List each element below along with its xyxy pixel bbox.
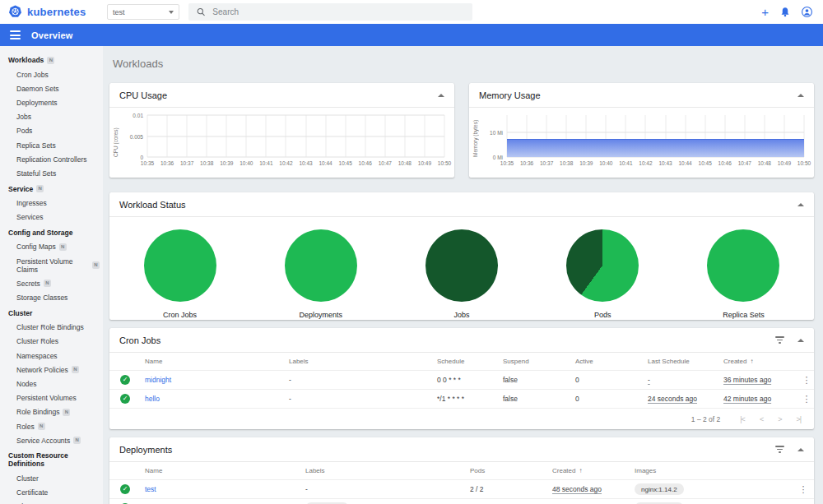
sidebar-item-label: Pods [16, 127, 32, 135]
memory-usage-card: Memory Usage Memory (bytes) 10:3510:3610… [469, 83, 814, 178]
pie-label: Replica Sets [723, 311, 765, 319]
sidebar-section-custom-resource-definitions[interactable]: Custom Resource Definitions [0, 447, 103, 471]
column-header-created[interactable]: Created↑ [723, 358, 799, 365]
column-header-labels[interactable]: Labels [289, 358, 437, 365]
sidebar-item-replication-controllers[interactable]: Replication Controllers [0, 152, 103, 166]
workload-status-card: Workload Status Cron JobsDeploymentsJobs… [109, 192, 814, 320]
row-menu-button[interactable]: ⋮ [793, 484, 814, 495]
sidebar-item-label: Daemon Sets [16, 85, 59, 93]
namespace-select[interactable]: test [107, 4, 179, 20]
collapse-card-button[interactable] [438, 94, 444, 97]
x-tick-label: 10:35 [141, 160, 154, 166]
sidebar-item-network-policies[interactable]: Network PoliciesN [0, 363, 103, 377]
next-page-button[interactable]: > [778, 415, 781, 423]
collapse-card-button[interactable] [797, 448, 804, 451]
main-content: Workloads CPU Usage CPU (cores) 10:3510:… [103, 46, 823, 504]
menu-toggle-button[interactable] [10, 30, 21, 39]
collapse-card-button[interactable] [797, 203, 804, 206]
column-header-name[interactable]: Name [145, 358, 289, 365]
sidebar-item-deployments[interactable]: Deployments [0, 95, 103, 109]
sort-ascending-icon: ↑ [579, 467, 582, 474]
column-header-suspend[interactable]: Suspend [503, 358, 575, 365]
first-page-button[interactable]: |< [740, 415, 745, 423]
previous-page-button[interactable]: < [760, 415, 763, 423]
column-header-created[interactable]: Created↑ [552, 467, 635, 474]
sidebar-item-cluster-role-bindings[interactable]: Cluster Role Bindings [0, 321, 103, 335]
cpu-usage-chart: 10:3510:3610:3710:3810:3910:4010:4110:42… [147, 115, 444, 157]
sidebar-section-label: Custom Resource Definitions [8, 451, 100, 468]
row-menu-button[interactable]: ⋮ [799, 375, 814, 386]
filter-icon[interactable] [775, 336, 784, 344]
sidebar-item-cluster-issuer[interactable]: Cluster Issuer [0, 500, 103, 504]
search-input[interactable] [212, 7, 464, 16]
sidebar-section-workloads[interactable]: WorkloadsN [0, 52, 103, 67]
sidebar-item-secrets[interactable]: SecretsN [0, 276, 103, 290]
sidebar-item-label: Jobs [16, 113, 31, 121]
sidebar-item-pods[interactable]: Pods [0, 124, 103, 138]
sidebar-item-config-maps[interactable]: Config MapsN [0, 240, 103, 254]
memory-y-axis-label: Memory (bytes) [472, 113, 478, 157]
x-tick-label: 10:49 [418, 160, 431, 166]
pie-chart [425, 229, 498, 302]
sidebar-item-cron-jobs[interactable]: Cron Jobs [0, 67, 103, 81]
create-resource-button[interactable]: + [761, 6, 769, 18]
sidebar-item-replica-sets[interactable]: Replica Sets [0, 138, 103, 152]
sidebar-item-daemon-sets[interactable]: Daemon Sets [0, 81, 103, 95]
sidebar-item-storage-classes[interactable]: Storage Classes [0, 290, 103, 304]
sidebar-item-cluster-roles[interactable]: Cluster Roles [0, 335, 103, 349]
sidebar-item-nodes[interactable]: Nodes [0, 377, 103, 391]
notifications-button[interactable] [780, 7, 790, 17]
sidebar-item-services[interactable]: Services [0, 210, 103, 224]
sidebar-item-cluster[interactable]: Cluster [0, 471, 103, 485]
check-circle-icon [120, 394, 130, 404]
sidebar-item-label: Nodes [16, 380, 37, 388]
column-header-pods[interactable]: Pods [470, 467, 552, 474]
cell-pods: 2 / 2 [470, 485, 552, 493]
deployments-title: Deployments [119, 445, 172, 455]
sidebar-item-stateful-sets[interactable]: Stateful Sets [0, 166, 103, 180]
workload-status-jobs: Jobs [391, 229, 532, 319]
column-header-images[interactable]: Images [635, 467, 793, 474]
column-header-active[interactable]: Active [575, 358, 648, 365]
sidebar-item-ingresses[interactable]: Ingresses [0, 197, 103, 210]
sidebar-item-label: Persistent Volume Claims [16, 257, 89, 274]
cell-active: 0 [575, 376, 648, 384]
cronjob-name-link[interactable]: midnight [145, 376, 289, 384]
sidebar-section-cluster[interactable]: Cluster [0, 305, 103, 321]
row-menu-button[interactable]: ⋮ [799, 394, 814, 405]
sidebar-item-persistent-volumes[interactable]: Persistent Volumes [0, 391, 103, 405]
sidebar-item-roles[interactable]: RolesN [0, 419, 103, 433]
column-header-labels[interactable]: Labels [305, 467, 470, 474]
sidebar-section-config-and-storage[interactable]: Config and Storage [0, 224, 103, 240]
sidebar-item-label: Storage Classes [16, 294, 67, 302]
pie-chart [707, 229, 779, 302]
sidebar-item-service-accounts[interactable]: Service AccountsN [0, 433, 103, 447]
memory-usage-chart: 10:3510:3610:3710:3810:3910:4010:4110:42… [507, 115, 804, 157]
cronjob-name-link[interactable]: hello [145, 395, 289, 403]
sidebar-item-label: Config Maps [16, 243, 56, 251]
collapse-card-button[interactable] [797, 339, 804, 342]
last-page-button[interactable]: >| [796, 415, 801, 423]
search-bar[interactable] [188, 3, 472, 21]
cell-created: 48 seconds ago [552, 485, 635, 493]
sidebar-item-certificate[interactable]: Certificate [0, 486, 103, 500]
user-account-button[interactable] [802, 7, 812, 17]
collapse-card-button[interactable] [797, 94, 804, 97]
column-header-last-schedule[interactable]: Last Schedule [648, 358, 723, 365]
column-header-name[interactable]: Name [145, 467, 305, 474]
header-actions: + [761, 6, 823, 18]
cell-schedule: 0 0 * * * [437, 376, 503, 384]
x-tick-label: 10:36 [520, 160, 533, 166]
cell-schedule: */1 * * * * [437, 395, 503, 403]
sidebar-item-role-bindings[interactable]: Role BindingsN [0, 405, 103, 419]
sidebar-item-persistent-volume-claims[interactable]: Persistent Volume ClaimsN [0, 254, 103, 276]
sidebar-item-namespaces[interactable]: Namespaces [0, 349, 103, 363]
sidebar-item-jobs[interactable]: Jobs [0, 110, 103, 124]
check-circle-icon [120, 484, 130, 494]
sidebar-section-service[interactable]: ServiceN [0, 181, 103, 197]
column-header-schedule[interactable]: Schedule [437, 358, 503, 365]
status-cell [120, 375, 145, 385]
deployment-name-link[interactable]: test [145, 485, 305, 493]
filter-icon[interactable] [775, 446, 784, 453]
sidebar-section-label: Service [8, 185, 33, 193]
